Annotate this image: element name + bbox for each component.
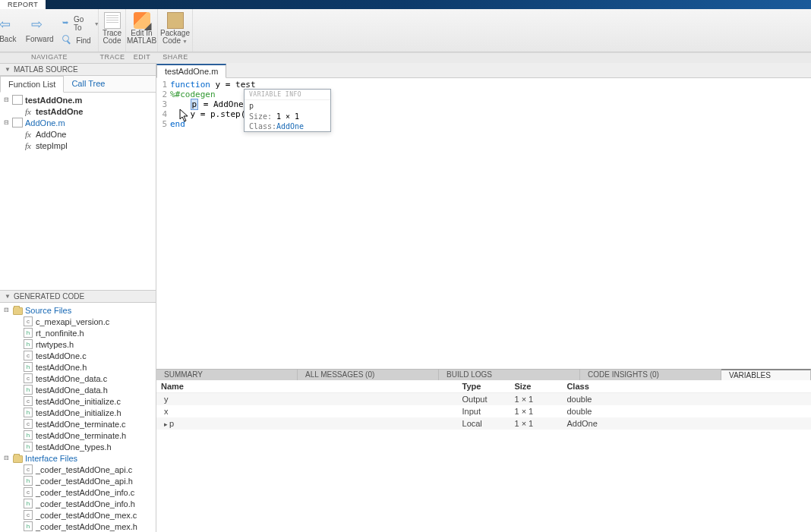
variable-row[interactable]: yOutput1 × 1double <box>156 393 811 406</box>
tree-file[interactable]: ctestAddOne_initialize.c <box>0 395 156 407</box>
row-marker-icon: ▸ <box>164 420 169 428</box>
tree-folder-source-files[interactable]: ⊟ Source Files <box>0 304 156 316</box>
tooltip-title: VARIABLE INFO <box>245 90 330 100</box>
collapse-icon: ▼ <box>5 66 11 73</box>
tree-file[interactable]: ctestAddOne.c <box>0 350 156 361</box>
h-file-icon: h <box>24 362 33 372</box>
tree-file[interactable]: h_coder_testAddOne_mex.h <box>0 521 156 532</box>
file-tab-testaddone[interactable]: testAddOne.m <box>156 64 226 78</box>
package-code-button[interactable]: Package Code▼ <box>159 11 192 47</box>
c-file-icon: c <box>24 316 33 326</box>
matlab-source-header[interactable]: ▼ MATLAB SOURCE <box>0 63 156 76</box>
tab-code-insights[interactable]: CODE INSIGHTS (0) <box>580 370 721 380</box>
h-file-icon: h <box>24 385 33 395</box>
variable-row[interactable]: xInput1 × 1double <box>156 405 811 417</box>
tree-file[interactable]: cc_mexapi_version.c <box>0 316 156 327</box>
matlab-source-tree[interactable]: ⊟ testAddOne.m fx testAddOne ⊟ AddOne.m … <box>0 93 156 290</box>
h-file-icon: h <box>24 430 33 440</box>
fx-icon: fx <box>23 106 33 116</box>
c-file-icon: c <box>24 487 33 497</box>
arrow-right-icon: ⇨ <box>31 17 48 34</box>
variables-panel: Name Type Size Class yOutput1 × 1doublex… <box>156 380 811 532</box>
tree-file-testaddone[interactable]: ⊟ testAddOne.m <box>0 94 156 105</box>
tree-file[interactable]: ctestAddOne_data.c <box>0 373 156 384</box>
sidebar: ▼ MATLAB SOURCE Function List Call Tree … <box>0 63 156 532</box>
h-file-icon: h <box>24 328 33 338</box>
tab-report[interactable]: REPORT <box>0 0 46 9</box>
tree-file[interactable]: h_coder_testAddOne_api.h <box>0 475 156 486</box>
tree-file[interactable]: hrt_nonfinite.h <box>0 327 156 338</box>
tree-file[interactable]: htestAddOne.h <box>0 361 156 373</box>
forward-button[interactable]: ⇨ Forward <box>23 16 56 45</box>
tree-file[interactable]: htestAddOne_data.h <box>0 384 156 395</box>
tree-file[interactable]: ctestAddOne_terminate.c <box>0 418 156 430</box>
variable-row[interactable]: ▸pLocal1 × 1AddOne <box>156 417 811 430</box>
variables-table: Name Type Size Class yOutput1 × 1doublex… <box>156 380 811 430</box>
generated-code-tree[interactable]: ⊟ Source Files cc_mexapi_version.chrt_no… <box>0 303 156 532</box>
h-file-icon: h <box>24 499 33 508</box>
file-tabs: testAddOne.m <box>156 63 811 78</box>
matlab-source-tabs: Function List Call Tree <box>0 76 156 93</box>
tree-file[interactable]: hrtwtypes.h <box>0 338 156 350</box>
tab-summary[interactable]: SUMMARY <box>156 370 298 380</box>
trace-icon <box>104 12 121 29</box>
fx-icon: fx <box>23 129 33 139</box>
tab-build-logs[interactable]: BUILD LOGS <box>439 370 580 380</box>
goto-icon: ➥ <box>62 18 71 29</box>
tree-fn-stepimpl[interactable]: fx stepImpl <box>0 140 156 151</box>
tooltip-var-name: p <box>245 100 330 112</box>
mfile-icon <box>12 95 23 105</box>
toolstrip-group-labels: NAVIGATE TRACE EDIT SHARE <box>0 52 811 63</box>
c-file-icon: c <box>24 373 33 383</box>
tree-folder-interface-files[interactable]: ⊟ Interface Files <box>0 452 156 464</box>
folder-icon <box>13 455 23 463</box>
tooltip-class-link[interactable]: AddOne <box>276 122 304 131</box>
edit-icon <box>134 12 150 29</box>
variable-tooltip: VARIABLE INFO p Size:1 × 1 Class:AddOne <box>244 89 331 132</box>
back-button[interactable]: ⇦ Back <box>0 16 23 45</box>
tree-fn-testaddone[interactable]: fx testAddOne <box>0 105 156 117</box>
app-titlebar: REPORT <box>0 0 811 9</box>
tab-all-messages[interactable]: ALL MESSAGES (0) <box>298 370 439 380</box>
h-file-icon: h <box>24 442 33 452</box>
tree-file[interactable]: htestAddOne_initialize.h <box>0 407 156 418</box>
tree-file[interactable]: htestAddOne_types.h <box>0 441 156 452</box>
tree-file-addone[interactable]: ⊟ AddOne.m <box>0 117 156 128</box>
col-size[interactable]: Size <box>510 380 562 393</box>
c-file-icon: c <box>24 351 33 360</box>
tree-file[interactable]: htestAddOne_terminate.h <box>0 430 156 441</box>
code-view[interactable]: 1function y = test 2%#codegen 3 p = AddO… <box>156 78 811 369</box>
col-type[interactable]: Type <box>458 380 510 393</box>
tree-file[interactable]: h_coder_testAddOne_info.h <box>0 498 156 509</box>
c-file-icon: c <box>24 419 33 429</box>
editor-area: testAddOne.m 1function y = test 2%#codeg… <box>156 63 811 532</box>
col-name[interactable]: Name <box>156 380 458 393</box>
h-file-icon: h <box>24 339 33 349</box>
col-class[interactable]: Class <box>562 380 811 393</box>
package-icon <box>167 12 184 29</box>
trace-code-button[interactable]: Trace Code <box>96 11 129 46</box>
bottom-tabs: SUMMARY ALL MESSAGES (0) BUILD LOGS CODE… <box>156 369 811 380</box>
arrow-left-icon: ⇦ <box>0 17 16 34</box>
toolstrip: ⇦ Back ⇨ Forward ➥ Go To▼ Find Trac <box>0 9 811 52</box>
generated-code-header[interactable]: ▼ GENERATED CODE <box>0 290 156 303</box>
tree-file[interactable]: c_coder_testAddOne_info.c <box>0 486 156 498</box>
tree-file[interactable]: c_coder_testAddOne_api.c <box>0 464 156 475</box>
h-file-icon: h <box>24 476 33 486</box>
hovered-variable[interactable]: p <box>191 99 199 110</box>
find-icon <box>62 35 73 46</box>
tab-call-tree[interactable]: Call Tree <box>64 76 112 92</box>
tree-file[interactable]: c_coder_testAddOne_mex.c <box>0 509 156 521</box>
edit-in-matlab-button[interactable]: Edit In MATLAB <box>125 11 159 46</box>
c-file-icon: c <box>24 464 33 474</box>
tab-variables[interactable]: VARIABLES <box>721 369 811 380</box>
h-file-icon: h <box>24 521 33 531</box>
collapse-icon: ▼ <box>5 293 11 300</box>
tree-fn-addone[interactable]: fx AddOne <box>0 128 156 140</box>
c-file-icon: c <box>24 396 33 406</box>
folder-icon <box>13 307 23 315</box>
mfile-icon <box>12 118 23 127</box>
c-file-icon: c <box>24 510 33 520</box>
tab-function-list[interactable]: Function List <box>0 76 64 93</box>
chevron-down-icon: ▼ <box>182 39 188 44</box>
